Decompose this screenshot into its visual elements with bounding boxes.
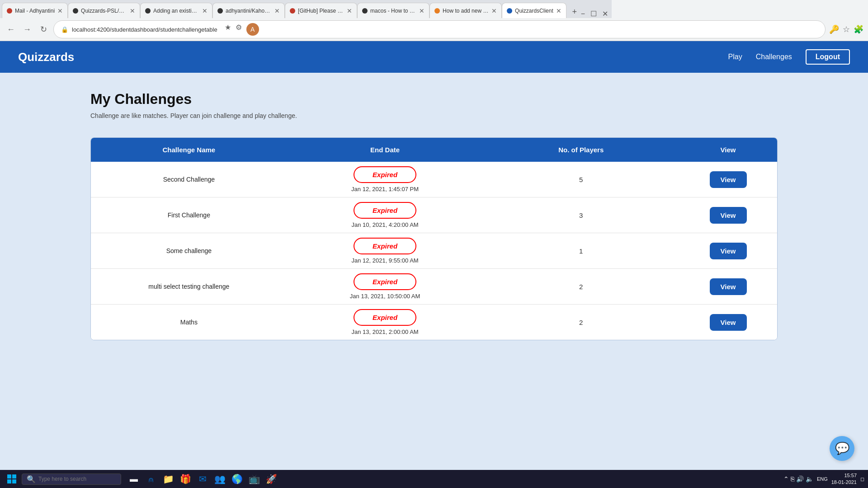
tab-close-icon[interactable]: ✕ (556, 7, 561, 14)
bookmark-star-icon[interactable]: ★ (225, 23, 231, 36)
taskbar-time-display: 15:57 (831, 472, 857, 479)
minimize-button[interactable]: − (581, 10, 585, 18)
tab-close-icon[interactable]: ✕ (347, 7, 352, 14)
tab-close-icon[interactable]: ✕ (274, 7, 280, 14)
star-icon[interactable]: ☆ (843, 24, 850, 34)
tab-close-icon[interactable]: ✕ (419, 7, 425, 14)
view-cell: View (679, 200, 777, 230)
taskbar-chrome-icon[interactable]: 🌎 (230, 472, 244, 486)
page-subtitle: Challenge are like matches. Player can j… (90, 112, 778, 119)
taskbar-teams-icon[interactable]: 👥 (212, 472, 227, 486)
taskbar-git-icon[interactable]: 🚀 (264, 472, 278, 486)
tab-label: Quizzards-PSL/Qu... (81, 8, 127, 14)
browser-tab-tab6[interactable]: macos - How to s... ✕ (357, 3, 429, 18)
browser-tab-tab8[interactable]: QuizzardsClient ✕ (502, 3, 566, 18)
view-cell: View (679, 164, 777, 195)
user-avatar[interactable]: A (246, 23, 259, 36)
nav-play-link[interactable]: Play (728, 53, 742, 61)
end-date-text: Jan 13, 2021, 2:00:00 AM (351, 328, 418, 335)
start-button[interactable] (4, 471, 20, 487)
taskbar-mail-icon[interactable]: ✉ (195, 472, 210, 486)
tab-favicon (434, 8, 440, 14)
taskbar-explorer-icon[interactable]: 📁 (161, 472, 175, 486)
browser-tab-tab3[interactable]: Adding an existing... ✕ (140, 3, 212, 18)
maximize-button[interactable]: ☐ (590, 9, 597, 18)
volume-icon[interactable]: 🔊 (796, 475, 804, 483)
end-date-text: Jan 10, 2021, 4:20:00 AM (351, 221, 418, 228)
view-button[interactable]: View (710, 314, 747, 331)
tab-favicon (145, 8, 151, 14)
expired-badge: Expired (354, 238, 416, 254)
view-button[interactable]: View (710, 243, 747, 259)
header-end-date: End Date (287, 138, 483, 162)
challenge-name-cell: Second Challenge (91, 167, 287, 192)
tab-favicon (73, 8, 78, 14)
view-cell: View (679, 307, 777, 338)
view-cell: View (679, 272, 777, 302)
taskbar-search-input[interactable] (38, 476, 111, 482)
browser-tab-tab2[interactable]: Quizzards-PSL/Qu... ✕ (68, 3, 140, 18)
chat-icon: 💬 (835, 441, 849, 455)
app-logo: Quizzards (18, 50, 728, 64)
reload-button[interactable]: ↻ (37, 24, 50, 34)
logout-button[interactable]: Logout (806, 49, 850, 65)
browser-tab-tab4[interactable]: adhyantini/Kahoo... ✕ (212, 3, 285, 18)
browser-tab-tab7[interactable]: How to add new li... ✕ (429, 3, 502, 18)
chat-bubble-button[interactable]: 💬 (830, 436, 854, 461)
end-date-cell: Expired Jan 13, 2021, 2:00:00 AM (287, 305, 483, 340)
end-date-text: Jan 12, 2021, 9:55:00 AM (351, 257, 418, 264)
end-date-cell: Expired Jan 10, 2021, 4:20:00 AM (287, 197, 483, 233)
lock-icon: 🔒 (61, 26, 68, 33)
view-button[interactable]: View (710, 207, 747, 224)
main-content: My Challenges Challenge are like matches… (0, 73, 868, 470)
view-button[interactable]: View (710, 278, 747, 295)
network-icon[interactable]: ⎘ (791, 475, 794, 483)
url-text[interactable]: localhost:4200/studentdashboard/studentc… (72, 26, 217, 33)
browser-tab-tab5[interactable]: [GitHub] Please ve... ✕ (285, 3, 357, 18)
end-date-cell: Expired Jan 12, 2021, 1:45:07 PM (287, 162, 483, 197)
nav-challenges-link[interactable]: Challenges (756, 53, 792, 61)
tab-close-icon[interactable]: ✕ (202, 7, 208, 14)
close-button[interactable]: ✕ (602, 9, 608, 18)
browser-tab-tab1[interactable]: Mail - Adhyantini ✕ (2, 3, 68, 18)
key-icon[interactable]: 🔑 (829, 24, 839, 34)
forward-button[interactable]: → (21, 25, 33, 34)
players-cell: 3 (483, 202, 679, 228)
challenge-name-cell: Some challenge (91, 238, 287, 263)
extensions-icon[interactable]: ⚙ (236, 23, 242, 36)
tab-favicon (290, 8, 295, 14)
puzzle-icon[interactable]: 🧩 (854, 24, 863, 34)
svg-rect-3 (12, 479, 16, 483)
search-icon: 🔍 (27, 475, 36, 483)
app-navbar: Quizzards Play Challenges Logout (0, 41, 868, 73)
profile-icon[interactable]: A (246, 23, 259, 36)
players-cell: 5 (483, 167, 679, 192)
svg-rect-0 (7, 474, 11, 479)
tab-favicon (507, 8, 512, 14)
table-row: Second Challenge Expired Jan 12, 2021, 1… (91, 162, 777, 197)
players-cell: 2 (483, 274, 679, 300)
tab-close-icon[interactable]: ✕ (130, 7, 135, 14)
tab-label: [GitHub] Please ve... (298, 8, 344, 14)
svg-rect-1 (12, 474, 16, 479)
end-date-text: Jan 13, 2021, 10:50:00 AM (350, 293, 420, 300)
notification-icon[interactable]: ◻ (860, 476, 864, 482)
new-tab-button[interactable]: + (568, 5, 581, 18)
end-date-cell: Expired Jan 12, 2021, 9:55:00 AM (287, 233, 483, 268)
tab-close-icon[interactable]: ✕ (57, 7, 63, 14)
taskbar-task-view[interactable]: ▬ (127, 472, 141, 486)
tab-label: How to add new li... (443, 8, 489, 14)
back-button[interactable]: ← (5, 25, 17, 34)
taskbar-search[interactable]: 🔍 (22, 474, 121, 485)
table-row: multi select testing challenge Expired J… (91, 269, 777, 305)
address-bar[interactable]: 🔒 localhost:4200/studentdashboard/studen… (53, 20, 826, 38)
tab-close-icon[interactable]: ✕ (491, 7, 497, 14)
lang-label: ENG (817, 476, 828, 482)
speaker-icon[interactable]: 🔈 (806, 475, 813, 483)
taskbar-store-icon[interactable]: 🎁 (178, 472, 193, 486)
chevron-icon[interactable]: ⌃ (783, 475, 789, 483)
taskbar-vscode-icon[interactable]: 📺 (247, 472, 261, 486)
taskbar-edge-icon[interactable]: ⍝ (144, 472, 158, 486)
view-button[interactable]: View (710, 171, 747, 188)
browser-chrome: Mail - Adhyantini ✕ Quizzards-PSL/Qu... … (0, 0, 868, 41)
